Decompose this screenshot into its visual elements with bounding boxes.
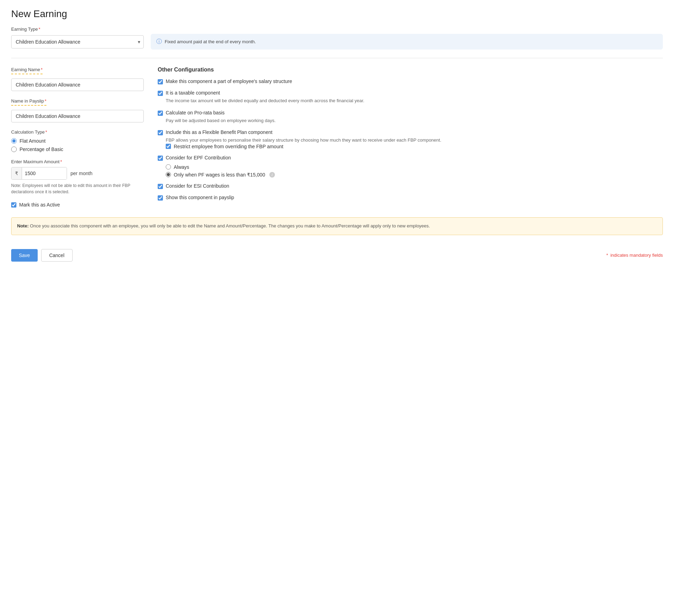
pro-rata-description: Pay will be adjusted based on employee w… [166,117,663,124]
info-pf-wages-icon[interactable]: i [269,172,275,178]
earning-name-label: Earning Name* [11,67,43,74]
restrict-fbp-checkbox[interactable]: Restrict employee from overriding the FB… [166,144,663,149]
max-amount-group: Enter Maximum Amount* ₹ ▲ ▼ per month No… [11,159,144,195]
config-esi: Consider for ESI Contribution [158,183,663,189]
right-panel: Other Configurations Make this component… [158,67,663,209]
config-pro-rata: Calculate on Pro-rata basis Pay will be … [158,110,663,124]
page-title: New Earning [11,8,663,20]
config-salary-structure: Make this component a part of employee's… [158,78,663,84]
name-in-payslip-label: Name in Payslip* [11,98,46,106]
fbp-note: Note: Employees will not be able to edit… [11,182,144,195]
calculation-type-label: Calculation Type* [11,129,144,135]
config-epf: Consider for EPF Contribution Always Onl… [158,155,663,178]
earning-type-info-box: ⓘ Fixed amount paid at the end of every … [151,34,663,50]
cancel-button[interactable]: Cancel [41,249,73,262]
radio-percentage-of-basic[interactable]: Percentage of Basic [11,147,144,152]
footer: Save Cancel * indicates mandatory fields [11,243,663,262]
calculation-type-radio-group: Flat Amount Percentage of Basic [11,138,144,152]
max-amount-label: Enter Maximum Amount* [11,159,144,164]
mandatory-note: * indicates mandatory fields [606,253,663,258]
currency-input-box[interactable]: ₹ ▲ ▼ [11,167,67,180]
name-in-payslip-input[interactable] [11,110,144,122]
radio-epf-only-when[interactable]: Only when PF wages is less than ₹15,000 … [166,172,663,178]
footer-buttons: Save Cancel [11,249,73,262]
save-button[interactable]: Save [11,249,38,262]
amount-input[interactable] [22,167,67,179]
amount-row: ₹ ▲ ▼ per month [11,167,144,180]
earning-type-label: Earning Type* [11,27,663,32]
info-icon: ⓘ [156,38,162,45]
earning-name-input[interactable] [11,78,144,91]
config-taxable: It is a taxable component The income tax… [158,90,663,104]
other-configurations-title: Other Configurations [158,67,663,73]
radio-epf-always[interactable]: Always [166,164,663,170]
mark-active-checkbox[interactable]: Mark this as Active [11,202,144,208]
taxable-description: The income tax amount will be divided eq… [166,97,663,104]
radio-flat-amount[interactable]: Flat Amount [11,138,144,144]
config-show-payslip: Show this component in payslip [158,195,663,201]
earning-name-group: Earning Name* [11,67,144,91]
earning-type-select[interactable]: Children Education Allowance Basic HRA S… [11,35,144,48]
calculation-type-group: Calculation Type* Flat Amount Percentage… [11,129,144,152]
left-panel: Earning Name* Name in Payslip* Calculati… [11,67,144,209]
currency-symbol: ₹ [12,167,22,179]
fbp-description: FBP allows your employees to personalise… [166,137,663,144]
bottom-note: Note: Once you associate this component … [11,217,663,235]
config-fbp: Include this as a Flexible Benefit Plan … [158,129,663,149]
epf-radio-group: Always Only when PF wages is less than ₹… [166,164,663,178]
per-month-label: per month [70,171,92,176]
name-in-payslip-group: Name in Payslip* [11,98,144,122]
